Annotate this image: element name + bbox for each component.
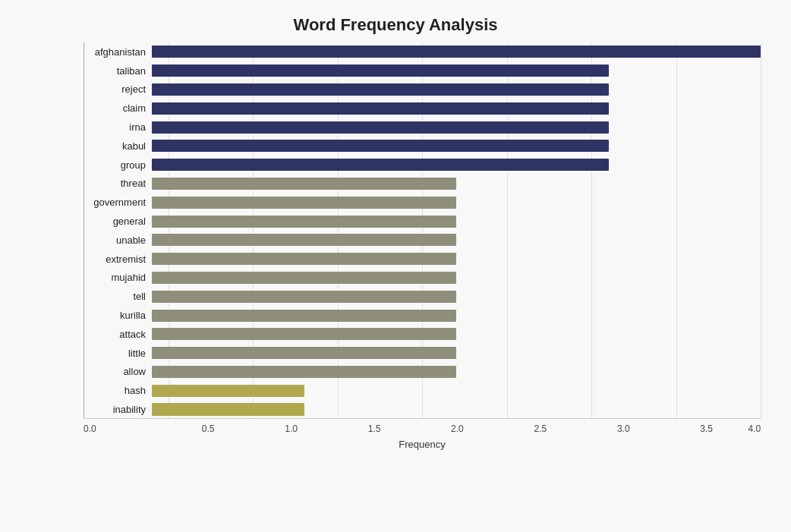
bar-track <box>152 65 761 77</box>
bar-row: kurilla <box>84 306 761 325</box>
bar-track <box>152 328 761 340</box>
bar <box>152 46 761 58</box>
bar-row: group <box>84 156 761 175</box>
chart-container: Word Frequency Analysis afghanistantalib… <box>0 0 791 532</box>
x-tick: 0.5 <box>166 423 249 434</box>
bar-label: little <box>84 348 152 359</box>
bar-row: hash <box>84 381 761 400</box>
bar-row: extremist <box>84 250 761 269</box>
bar <box>152 253 456 265</box>
bar-track <box>152 366 761 378</box>
bar-track <box>152 178 761 190</box>
x-tick: 2.0 <box>416 423 499 434</box>
x-tick: 1.0 <box>250 423 332 434</box>
bar-track <box>152 121 761 134</box>
bar-track <box>152 234 761 246</box>
bar-label: mujahid <box>84 272 152 283</box>
chart-title: Word Frequency Analysis <box>30 15 761 35</box>
bars-container: afghanistantalibanrejectclaimirnakabulgr… <box>84 42 761 419</box>
bar-row: taliban <box>84 61 761 80</box>
bar <box>152 403 304 415</box>
bar-row: government <box>84 193 761 212</box>
bar-row: afghanistan <box>84 42 761 61</box>
bar-row: tell <box>84 287 761 306</box>
bar-track <box>152 83 761 96</box>
bar-row: irna <box>84 118 761 137</box>
x-tick: 3.0 <box>582 423 665 434</box>
bar-label: tell <box>84 291 152 302</box>
bar-row: reject <box>84 80 761 99</box>
bar <box>152 178 456 190</box>
bar <box>152 310 456 322</box>
bar-row: inability <box>84 400 761 419</box>
bar-row: general <box>84 212 761 231</box>
bar-label: kurilla <box>84 310 152 321</box>
bar-track <box>152 159 761 171</box>
bar <box>152 159 609 171</box>
bar-track <box>152 310 761 322</box>
bar-track <box>152 216 761 228</box>
bar-label: attack <box>84 329 152 340</box>
bar-label: extremist <box>84 253 152 265</box>
bar-row: kabul <box>84 137 761 156</box>
bar <box>152 291 456 303</box>
bar-track <box>152 197 761 209</box>
bar-row: unable <box>84 231 761 250</box>
x-axis: 0.00.51.01.52.02.53.03.54.0 Frequency <box>84 419 761 464</box>
bar-track <box>152 291 761 303</box>
bar-row: threat <box>84 175 761 194</box>
bar-row: claim <box>84 99 761 118</box>
bar <box>152 366 456 378</box>
bar-label: allow <box>84 366 152 377</box>
bar <box>152 121 609 134</box>
bar-track <box>152 347 761 359</box>
bar-track <box>152 253 761 265</box>
bar-track <box>152 272 761 284</box>
bar-label: general <box>84 216 152 227</box>
x-tick: 2.5 <box>499 423 581 434</box>
bar-track <box>152 385 761 397</box>
bar <box>152 328 456 340</box>
bar-row: allow <box>84 363 761 382</box>
bar <box>152 272 456 284</box>
grid-line <box>761 42 761 419</box>
bar-label: government <box>84 197 152 208</box>
bar-row: mujahid <box>84 269 761 288</box>
x-tick: 3.5 <box>665 423 748 434</box>
bar <box>152 65 609 77</box>
bar <box>152 347 456 359</box>
bar-label: group <box>84 159 152 171</box>
bar <box>152 216 456 228</box>
bar-label: unable <box>84 235 152 246</box>
x-axis-label: Frequency <box>84 439 761 450</box>
bar-label: claim <box>84 102 152 114</box>
x-tick: 4.0 <box>748 423 761 434</box>
bar <box>152 197 456 209</box>
bar <box>152 83 609 96</box>
bar-label: inability <box>84 404 152 415</box>
bar-row: little <box>84 344 761 363</box>
bar-track <box>152 46 761 58</box>
bar <box>152 140 609 152</box>
bar-label: kabul <box>84 140 152 152</box>
bar-track <box>152 403 761 415</box>
bar-label: taliban <box>84 65 152 77</box>
bar-row: attack <box>84 325 761 344</box>
bar <box>152 385 304 397</box>
x-tick: 1.5 <box>332 423 415 434</box>
bar-label: afghanistan <box>84 46 152 58</box>
x-ticks-row: 0.00.51.01.52.02.53.03.54.0 <box>84 419 761 434</box>
x-tick: 0.0 <box>84 423 166 434</box>
bar-label: hash <box>84 385 152 396</box>
bar <box>152 234 456 246</box>
bar-track <box>152 140 761 152</box>
bar-track <box>152 102 761 115</box>
bar-label: threat <box>84 178 152 189</box>
bar-label: reject <box>84 83 152 95</box>
bar-label: irna <box>84 121 152 133</box>
bar <box>152 102 609 115</box>
